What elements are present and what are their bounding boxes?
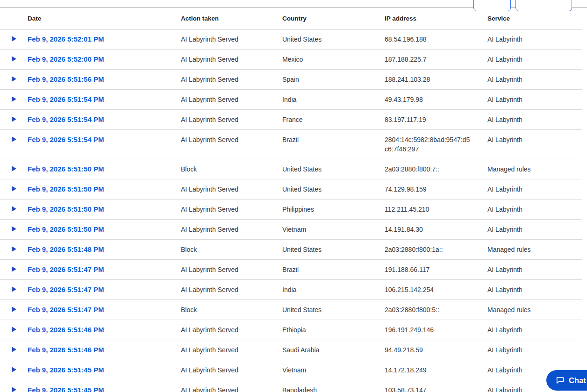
action-taken-cell: AI Labyrinth Served bbox=[181, 380, 282, 392]
chat-button[interactable]: Chat bbox=[546, 370, 587, 391]
expand-row-icon[interactable] bbox=[12, 226, 16, 232]
ip-address-cell: 187.188.225.7 bbox=[385, 50, 487, 70]
event-date-link[interactable]: Feb 9, 2026 5:52:01 PM bbox=[28, 29, 181, 50]
expand-row-icon[interactable] bbox=[12, 36, 16, 42]
event-date-link[interactable]: Feb 9, 2026 5:51:54 PM bbox=[28, 90, 181, 110]
service-cell: AI Labyrinth bbox=[487, 130, 582, 159]
ip-address-cell: 2a03:2880:f800:5:: bbox=[385, 300, 487, 320]
country-cell: Vietnam bbox=[282, 360, 385, 380]
expand-row-icon[interactable] bbox=[12, 96, 16, 102]
expand-row-cell bbox=[0, 130, 28, 159]
expand-row-cell bbox=[0, 320, 28, 340]
event-date-link[interactable]: Feb 9, 2026 5:51:47 PM bbox=[28, 260, 181, 280]
action-taken-cell: AI Labyrinth Served bbox=[181, 220, 282, 240]
country-cell: Bangladesh bbox=[282, 380, 385, 392]
expand-row-icon[interactable] bbox=[12, 327, 16, 332]
service-cell: AI Labyrinth bbox=[487, 200, 582, 220]
expand-row-icon[interactable] bbox=[12, 387, 16, 392]
event-date-link[interactable]: Feb 9, 2026 5:51:46 PM bbox=[28, 340, 181, 360]
table-row: Feb 9, 2026 5:51:47 PM AI Labyrinth Serv… bbox=[0, 280, 582, 300]
expand-row-icon[interactable] bbox=[12, 367, 16, 372]
country-cell: Brazil bbox=[282, 130, 385, 159]
ip-address-cell: 188.241.103.28 bbox=[385, 70, 487, 90]
service-cell: AI Labyrinth bbox=[487, 340, 582, 360]
event-date-link[interactable]: Feb 9, 2026 5:52:00 PM bbox=[28, 50, 181, 70]
table-row: Feb 9, 2026 5:51:46 PM AI Labyrinth Serv… bbox=[0, 320, 582, 340]
ip-address-cell: 2804:14c:5982:8bad:9547:d5c6:7f46:297 bbox=[385, 130, 487, 159]
event-date-link[interactable]: Feb 9, 2026 5:51:47 PM bbox=[28, 280, 181, 300]
service-cell: AI Labyrinth bbox=[487, 320, 582, 340]
event-date-link[interactable]: Feb 9, 2026 5:51:46 PM bbox=[28, 320, 181, 340]
expand-row-icon[interactable] bbox=[12, 56, 16, 62]
expand-row-cell bbox=[0, 360, 28, 380]
country-cell: Ethiopia bbox=[282, 320, 385, 340]
country-cell: France bbox=[282, 110, 385, 130]
event-date-link[interactable]: Feb 9, 2026 5:51:47 PM bbox=[28, 300, 181, 320]
event-date-link[interactable]: Feb 9, 2026 5:51:45 PM bbox=[28, 360, 181, 380]
table-row: Feb 9, 2026 5:51:50 PM Block United Stat… bbox=[0, 159, 582, 179]
service-cell: AI Labyrinth bbox=[487, 50, 582, 70]
expand-row-icon[interactable] bbox=[12, 166, 16, 171]
ip-address-cell: 2a03:2880:f800:1a:: bbox=[385, 240, 487, 260]
expand-row-icon[interactable] bbox=[12, 116, 16, 122]
expand-column-header bbox=[0, 8, 28, 29]
table-row: Feb 9, 2026 5:52:01 PM AI Labyrinth Serv… bbox=[0, 29, 582, 50]
expand-row-cell bbox=[0, 260, 28, 280]
action-taken-cell: AI Labyrinth Served bbox=[181, 179, 282, 200]
toolbar-button-right[interactable] bbox=[515, 0, 572, 11]
expand-row-icon[interactable] bbox=[12, 186, 16, 192]
action-taken-cell: AI Labyrinth Served bbox=[181, 320, 282, 340]
action-taken-cell: AI Labyrinth Served bbox=[181, 110, 282, 130]
table-row: Feb 9, 2026 5:51:46 PM AI Labyrinth Serv… bbox=[0, 340, 582, 360]
security-events-table: Date Action taken Country IP address Ser… bbox=[0, 8, 582, 392]
expand-row-cell bbox=[0, 380, 28, 392]
expand-row-icon[interactable] bbox=[12, 286, 16, 292]
service-cell: Managed rules bbox=[487, 240, 582, 260]
event-date-link[interactable]: Feb 9, 2026 5:51:54 PM bbox=[28, 110, 181, 130]
expand-row-cell bbox=[0, 29, 28, 50]
ip-address-cell: 103.58.73.147 bbox=[385, 380, 487, 392]
action-taken-cell: AI Labyrinth Served bbox=[181, 200, 282, 220]
toolbar-button-left[interactable] bbox=[473, 0, 511, 11]
event-date-link[interactable]: Feb 9, 2026 5:51:54 PM bbox=[28, 130, 181, 159]
expand-row-icon[interactable] bbox=[12, 347, 16, 352]
event-date-link[interactable]: Feb 9, 2026 5:51:50 PM bbox=[28, 159, 181, 179]
expand-row-icon[interactable] bbox=[12, 306, 16, 312]
country-cell: United States bbox=[282, 29, 385, 50]
expand-row-icon[interactable] bbox=[12, 206, 16, 212]
expand-row-cell bbox=[0, 50, 28, 70]
expand-row-icon[interactable] bbox=[12, 76, 16, 82]
event-date-link[interactable]: Feb 9, 2026 5:51:50 PM bbox=[28, 179, 181, 200]
expand-row-icon[interactable] bbox=[12, 246, 16, 252]
action-taken-cell: AI Labyrinth Served bbox=[181, 130, 282, 159]
event-date-link[interactable]: Feb 9, 2026 5:51:45 PM bbox=[28, 380, 181, 392]
expand-row-cell bbox=[0, 70, 28, 90]
column-header-action-taken: Action taken bbox=[181, 8, 282, 29]
service-cell: Managed rules bbox=[487, 300, 582, 320]
country-cell: India bbox=[282, 90, 385, 110]
event-date-link[interactable]: Feb 9, 2026 5:51:56 PM bbox=[28, 70, 181, 90]
table-row: Feb 9, 2026 5:51:48 PM Block United Stat… bbox=[0, 240, 582, 260]
event-date-link[interactable]: Feb 9, 2026 5:51:48 PM bbox=[28, 240, 181, 260]
table-row: Feb 9, 2026 5:51:45 PM AI Labyrinth Serv… bbox=[0, 360, 582, 380]
expand-row-icon[interactable] bbox=[12, 266, 16, 272]
country-cell: Saudi Arabia bbox=[282, 340, 385, 360]
expand-row-cell bbox=[0, 159, 28, 179]
country-cell: United States bbox=[282, 300, 385, 320]
expand-row-cell bbox=[0, 280, 28, 300]
expand-row-cell bbox=[0, 110, 28, 130]
service-cell: AI Labyrinth bbox=[487, 70, 582, 90]
event-date-link[interactable]: Feb 9, 2026 5:51:50 PM bbox=[28, 220, 181, 240]
ip-address-cell: 2a03:2880:f800:7:: bbox=[385, 159, 487, 179]
expand-row-icon[interactable] bbox=[12, 136, 16, 142]
column-header-ip-address: IP address bbox=[385, 8, 487, 29]
action-taken-cell: Block bbox=[181, 159, 282, 179]
table-row: Feb 9, 2026 5:51:47 PM AI Labyrinth Serv… bbox=[0, 260, 582, 280]
chat-button-label: Chat bbox=[569, 376, 586, 385]
table-row: Feb 9, 2026 5:51:54 PM AI Labyrinth Serv… bbox=[0, 130, 582, 159]
service-cell: AI Labyrinth bbox=[487, 280, 582, 300]
chat-bubble-icon bbox=[555, 376, 565, 385]
event-date-link[interactable]: Feb 9, 2026 5:51:50 PM bbox=[28, 200, 181, 220]
expand-row-cell bbox=[0, 90, 28, 110]
expand-row-cell bbox=[0, 179, 28, 200]
